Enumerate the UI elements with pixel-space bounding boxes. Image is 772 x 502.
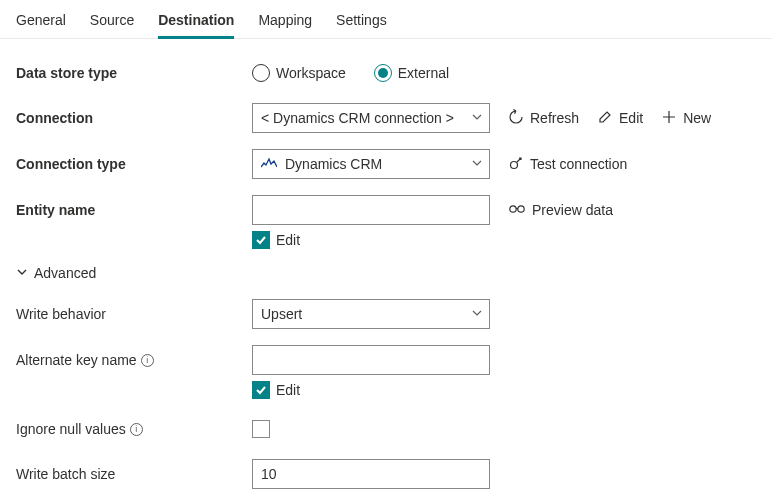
connection-type-select[interactable]: Dynamics CRM xyxy=(252,149,490,179)
radio-workspace[interactable]: Workspace xyxy=(252,64,346,82)
radio-workspace-label: Workspace xyxy=(276,65,346,81)
entity-name-edit-label: Edit xyxy=(276,232,300,248)
entity-name-edit-checkbox[interactable] xyxy=(252,231,270,249)
tab-general[interactable]: General xyxy=(16,8,66,39)
alternate-key-input[interactable] xyxy=(261,346,481,374)
chevron-down-icon xyxy=(16,265,28,281)
form-panel: Data store type Workspace External Conne… xyxy=(0,39,772,502)
test-connection-button[interactable]: Test connection xyxy=(508,155,627,174)
connection-select-value: < Dynamics CRM connection > xyxy=(261,110,454,126)
alternate-key-edit-label: Edit xyxy=(276,382,300,398)
write-batch-size-input-wrap xyxy=(252,459,490,489)
alternate-key-edit-checkbox[interactable] xyxy=(252,381,270,399)
label-data-store-type: Data store type xyxy=(16,65,252,81)
label-connection-type: Connection type xyxy=(16,156,252,172)
entity-name-input[interactable] xyxy=(261,196,481,224)
new-button[interactable]: New xyxy=(661,109,711,128)
svg-point-1 xyxy=(510,205,516,211)
alternate-key-input-wrap xyxy=(252,345,490,375)
test-connection-label: Test connection xyxy=(530,156,627,172)
tab-settings[interactable]: Settings xyxy=(336,8,387,39)
label-alternate-key-name: Alternate key name i xyxy=(16,352,252,368)
edit-button[interactable]: Edit xyxy=(597,109,643,128)
radio-circle-icon xyxy=(374,64,392,82)
preview-data-label: Preview data xyxy=(532,202,613,218)
advanced-section-toggle[interactable]: Advanced xyxy=(16,265,756,281)
radio-circle-icon xyxy=(252,64,270,82)
radio-external[interactable]: External xyxy=(374,64,449,82)
refresh-button[interactable]: Refresh xyxy=(508,109,579,128)
chevron-down-icon xyxy=(471,156,483,172)
tab-source[interactable]: Source xyxy=(90,8,134,39)
label-connection: Connection xyxy=(16,110,252,126)
pencil-icon xyxy=(597,109,613,128)
preview-icon xyxy=(508,202,526,219)
edit-label: Edit xyxy=(619,110,643,126)
tab-destination[interactable]: Destination xyxy=(158,8,234,39)
chevron-down-icon xyxy=(471,306,483,322)
entity-name-input-wrap xyxy=(252,195,490,225)
write-behavior-value: Upsert xyxy=(261,306,302,322)
ignore-null-checkbox[interactable] xyxy=(252,420,270,438)
radio-external-label: External xyxy=(398,65,449,81)
dynamics-crm-icon xyxy=(261,156,277,172)
plus-icon xyxy=(661,109,677,128)
label-entity-name: Entity name xyxy=(16,202,252,218)
new-label: New xyxy=(683,110,711,126)
refresh-icon xyxy=(508,109,524,128)
advanced-label: Advanced xyxy=(34,265,96,281)
preview-data-button[interactable]: Preview data xyxy=(508,202,613,219)
label-ignore-null-values: Ignore null values i xyxy=(16,421,252,437)
tab-mapping[interactable]: Mapping xyxy=(258,8,312,39)
info-icon[interactable]: i xyxy=(130,423,143,436)
test-connection-icon xyxy=(508,155,524,174)
info-icon[interactable]: i xyxy=(141,354,154,367)
connection-select[interactable]: < Dynamics CRM connection > xyxy=(252,103,490,133)
refresh-label: Refresh xyxy=(530,110,579,126)
svg-point-2 xyxy=(518,205,524,211)
svg-point-0 xyxy=(511,161,518,168)
write-behavior-select[interactable]: Upsert xyxy=(252,299,490,329)
chevron-down-icon xyxy=(471,110,483,126)
label-ignore-null-values-text: Ignore null values xyxy=(16,421,126,437)
label-write-batch-size: Write batch size xyxy=(16,466,252,482)
write-batch-size-input[interactable] xyxy=(261,460,481,488)
connection-type-value: Dynamics CRM xyxy=(285,156,382,172)
label-alternate-key-name-text: Alternate key name xyxy=(16,352,137,368)
label-write-behavior: Write behavior xyxy=(16,306,252,322)
tab-bar: General Source Destination Mapping Setti… xyxy=(0,0,772,39)
